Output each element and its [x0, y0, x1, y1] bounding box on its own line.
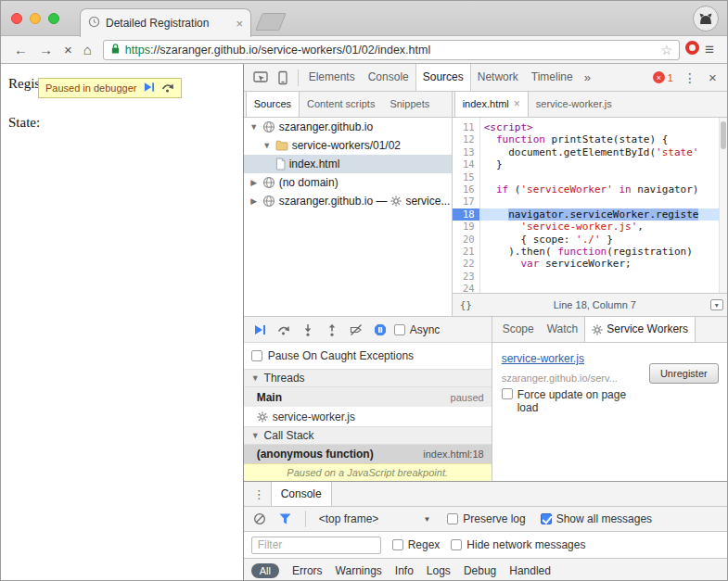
regex-checkbox[interactable] [392, 539, 403, 550]
step-out-icon[interactable] [322, 320, 342, 340]
console-error-badge[interactable]: × 1 [649, 71, 677, 83]
pause-on-exceptions-icon[interactable] [370, 320, 390, 340]
gutter-line-20[interactable]: 20 [453, 234, 479, 246]
async-checkbox[interactable] [394, 324, 405, 335]
tab-network[interactable]: Network [471, 64, 525, 91]
code-line-21[interactable]: ).then( function(registration) [480, 246, 728, 258]
gutter-line-11[interactable]: 11 [453, 121, 479, 133]
bookmark-star-icon[interactable]: ☆ [661, 43, 673, 57]
browser-tab[interactable]: Detailed Registration × [80, 8, 251, 37]
code-line-18[interactable]: navigator.serviceWorker.registe [480, 208, 728, 221]
navigator-tab-sources[interactable]: Sources [246, 92, 300, 117]
hide-network-row[interactable]: Hide network messages [451, 538, 585, 551]
code-line-19[interactable]: 'service-worker.js', [480, 221, 728, 233]
step-over-icon[interactable] [274, 320, 294, 340]
stop-button[interactable]: × [58, 42, 78, 57]
gutter-line-18[interactable]: 18 [453, 208, 479, 221]
drawer-tab-console[interactable]: Console [271, 482, 332, 506]
level-logs[interactable]: Logs [427, 564, 451, 577]
devtools-menu-icon[interactable]: ⋮ [677, 70, 703, 85]
sidebar-tab-watch[interactable]: Watch [541, 317, 585, 342]
execution-context-selector[interactable]: <top frame> ▼ [315, 512, 435, 525]
code-line-20[interactable]: { scope: './' } [480, 234, 728, 246]
gutter-line-12[interactable]: 12 [453, 133, 479, 145]
collapsed-arrow-icon[interactable]: ▶ [249, 178, 259, 187]
resume-script-icon[interactable] [249, 320, 270, 340]
tab-elements[interactable]: Elements [302, 64, 362, 91]
collapsed-arrow-icon[interactable]: ▶ [249, 196, 259, 206]
deactivate-breakpoints-icon[interactable] [346, 320, 366, 340]
opera-extension-icon[interactable] [685, 41, 699, 58]
preserve-log-row[interactable]: Preserve log [447, 512, 525, 525]
tree-item-folder[interactable]: ▼ service-workers/01/02 [244, 136, 452, 155]
tree-item-worker-domain[interactable]: ▶ szaranger.github.io — service... [244, 192, 452, 210]
back-button[interactable]: ← [8, 42, 33, 57]
home-button[interactable]: ⌂ [78, 42, 97, 57]
new-tab-button[interactable] [255, 13, 287, 31]
expanded-arrow-icon[interactable]: ▼ [249, 122, 259, 132]
close-window-button[interactable] [11, 13, 22, 24]
gutter-line-24[interactable]: 24 [453, 283, 479, 293]
gutter-line-23[interactable]: 23 [453, 271, 479, 283]
step-into-icon[interactable] [298, 320, 318, 340]
file-tab-close-icon[interactable]: × [514, 92, 520, 117]
panel-expand-icon[interactable]: ▾ [710, 299, 723, 310]
call-stack-section-header[interactable]: ▼ Call Stack [244, 426, 492, 445]
thread-row-main[interactable]: Main paused [244, 387, 492, 407]
tab-timeline[interactable]: Timeline [525, 64, 580, 91]
gutter-line-15[interactable]: 15 [453, 171, 479, 183]
expanded-arrow-icon[interactable]: ▼ [262, 141, 272, 150]
unregister-button[interactable]: Unregister [649, 363, 719, 384]
profile-avatar-icon[interactable] [693, 6, 719, 32]
threads-section-header[interactable]: ▼ Threads [244, 369, 492, 387]
tab-console[interactable]: Console [362, 64, 415, 91]
gutter-line-21[interactable]: 21 [453, 246, 479, 258]
code-line-16[interactable]: if ('serviceWorker' in navigator) [480, 183, 728, 196]
level-all[interactable]: All [251, 563, 279, 578]
sidebar-tab-scope[interactable]: Scope [496, 317, 541, 342]
editor-scrollbar-thumb[interactable] [721, 121, 726, 149]
preserve-log-checkbox[interactable] [447, 513, 458, 524]
zoom-window-button[interactable] [48, 13, 59, 24]
async-checkbox-row[interactable]: Async [394, 323, 441, 336]
gutter-line-19[interactable]: 19 [453, 221, 479, 233]
level-info[interactable]: Info [395, 564, 414, 577]
address-bar[interactable]: https://szaranger.github.io/service-work… [103, 40, 680, 60]
code-line-14[interactable]: } [480, 158, 728, 171]
drawer-menu-icon[interactable]: ⋮ [248, 487, 271, 501]
gutter-line-13[interactable]: 13 [453, 146, 479, 158]
force-update-row[interactable]: Force update on page load [502, 388, 627, 414]
code-line-12[interactable]: function printState(state) { [480, 133, 728, 145]
tree-item-file-selected[interactable]: index.html [244, 155, 452, 173]
navigator-tab-snippets[interactable]: Snippets [382, 92, 437, 117]
code-line-13[interactable]: document.getElementById('state' [480, 146, 728, 158]
gutter-line-14[interactable]: 14 [453, 158, 479, 171]
tree-item-no-domain[interactable]: ▶ (no domain) [244, 173, 452, 192]
service-worker-link[interactable]: service-worker.js [502, 352, 584, 365]
level-handled[interactable]: Handled [509, 564, 551, 577]
level-errors[interactable]: Errors [292, 564, 323, 577]
device-toolbar-icon[interactable] [272, 67, 294, 89]
console-filter-input[interactable] [251, 537, 381, 554]
sidebar-tab-service-workers[interactable]: Service Workers [584, 317, 696, 342]
clear-console-icon[interactable] [249, 509, 270, 529]
tab-sources[interactable]: Sources [415, 64, 471, 91]
code-line-11[interactable]: <script> [480, 121, 728, 133]
code-line-15[interactable] [480, 171, 728, 183]
regex-row[interactable]: Regex [392, 538, 441, 551]
code-line-24[interactable] [480, 283, 728, 293]
show-all-messages-checkbox[interactable] [541, 513, 552, 524]
level-debug[interactable]: Debug [464, 564, 496, 577]
pause-on-caught-row[interactable]: Pause On Caught Exceptions [244, 343, 492, 369]
code-line-17[interactable] [480, 196, 728, 208]
file-tab-index-html[interactable]: index.html × [454, 92, 529, 117]
hide-network-checkbox[interactable] [451, 539, 462, 550]
browser-menu-icon[interactable]: ≡ [699, 41, 720, 59]
gutter-line-22[interactable]: 22 [453, 258, 479, 270]
code-line-22[interactable]: var serviceWorker; [480, 258, 728, 270]
thread-row-worker[interactable]: service-worker.js [244, 407, 492, 426]
gutter-line-16[interactable]: 16 [453, 183, 479, 196]
banner-step-over-icon[interactable] [161, 80, 174, 96]
tab-close-icon[interactable]: × [236, 17, 243, 31]
tree-item-domain[interactable]: ▼ szaranger.github.io [244, 118, 452, 136]
